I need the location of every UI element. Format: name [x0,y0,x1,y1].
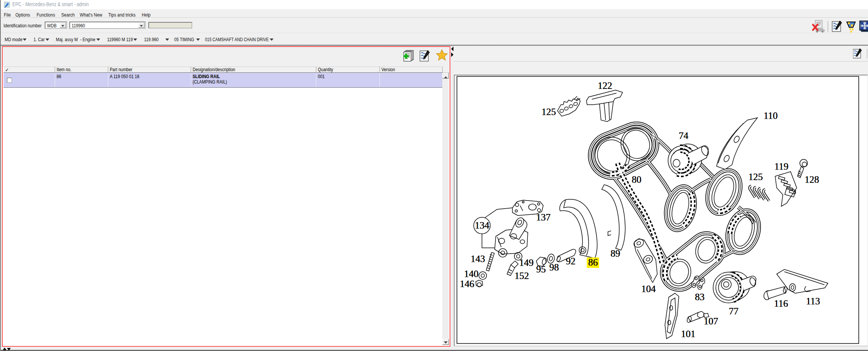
svg-text:116: 116 [774,298,788,309]
svg-text:77: 77 [729,306,739,316]
svg-text:146: 146 [460,279,475,289]
svg-text:140: 140 [464,269,479,279]
svg-text:128: 128 [805,174,819,185]
svg-text:137: 137 [536,212,551,222]
svg-text:95: 95 [536,264,546,274]
svg-text:110: 110 [764,110,778,121]
svg-text:122: 122 [598,80,613,91]
svg-text:107: 107 [704,316,719,326]
svg-text:104: 104 [641,284,656,294]
svg-text:149: 149 [519,257,534,268]
svg-text:83: 83 [695,292,705,302]
svg-text:89: 89 [611,248,620,259]
svg-text:113: 113 [806,296,820,306]
svg-text:152: 152 [515,271,529,281]
svg-text:134: 134 [475,220,490,231]
svg-text:86: 86 [588,257,598,267]
svg-text:119: 119 [774,161,789,172]
svg-text:98: 98 [549,262,559,272]
svg-text:143: 143 [471,254,485,264]
svg-text:125: 125 [542,107,556,117]
svg-text:80: 80 [632,174,641,185]
svg-text:74: 74 [679,130,689,141]
svg-text:101: 101 [681,329,696,339]
svg-text:92: 92 [566,256,576,266]
svg-text:125: 125 [749,172,763,182]
